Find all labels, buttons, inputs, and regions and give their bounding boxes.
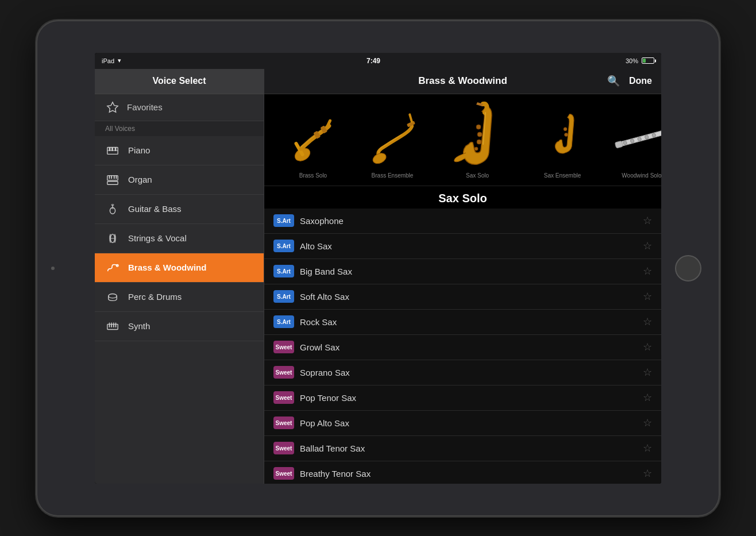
synth-label: Synth [128, 321, 150, 331]
svg-rect-2 [109, 147, 111, 151]
wifi-icon: ▾ [118, 57, 121, 64]
all-voices-label: All Voices [95, 121, 264, 136]
sidebar-item-guitar[interactable]: Guitar & Bass [95, 195, 264, 224]
sidebar-item-brass[interactable]: Brass & Woodwind [95, 253, 264, 283]
piano-icon [105, 143, 120, 158]
voice-badge: S.Art [273, 214, 294, 227]
voice-row[interactable]: SweetGrowl Sax☆ [264, 335, 661, 360]
voice-name: Rock Sax [300, 317, 637, 327]
svg-rect-3 [111, 147, 113, 151]
category-sax-solo[interactable]: Sax Solo [434, 101, 520, 181]
voice-badge: Sweet [273, 391, 294, 404]
brass-solo-img [279, 107, 348, 170]
voice-name: Soft Alto Sax [300, 292, 637, 302]
voice-row[interactable]: S.ArtRock Sax☆ [264, 310, 661, 335]
voice-name: Big Band Sax [300, 267, 637, 276]
svg-point-42 [565, 133, 568, 136]
svg-point-18 [109, 294, 117, 298]
status-left: iPad ▾ [102, 57, 121, 64]
home-button[interactable] [675, 255, 701, 282]
brass-label: Brass & Woodwind [128, 263, 206, 272]
favorite-star[interactable]: ☆ [643, 315, 652, 328]
category-brass-solo[interactable]: Brass Solo [276, 107, 350, 181]
brass-ensemble-name: Brass Ensemble [372, 172, 414, 181]
svg-rect-9 [114, 175, 115, 179]
favorite-star[interactable]: ☆ [643, 290, 652, 303]
piano-label: Piano [128, 145, 150, 155]
voice-name: Pop Tenor Sax [300, 393, 637, 403]
panel-header-right: 🔍 Done [607, 75, 652, 87]
favorite-star[interactable]: ☆ [643, 366, 652, 379]
status-bar: iPad ▾ 7:49 30% [95, 53, 661, 69]
voice-row[interactable]: SweetBallad Tenor Sax☆ [264, 436, 661, 461]
favorites-icon [105, 100, 120, 115]
organ-label: Organ [128, 175, 152, 184]
svg-rect-8 [111, 175, 112, 179]
brass-solo-name: Brass Solo [299, 172, 327, 181]
battery-icon [642, 57, 654, 64]
brass-ensemble-img [358, 107, 427, 170]
voice-badge: S.Art [273, 315, 294, 328]
svg-rect-23 [113, 324, 114, 327]
voice-row[interactable]: SweetBreathy Tenor Sax☆ [264, 461, 661, 484]
voice-row[interactable]: SweetPop Tenor Sax☆ [264, 385, 661, 411]
category-scroll[interactable]: Brass Solo [264, 94, 661, 186]
favorite-star[interactable]: ☆ [643, 442, 652, 454]
main-content: Voice Select Favorites All Voices Piano [95, 69, 661, 484]
svg-rect-4 [115, 147, 117, 151]
category-sax-ensemble[interactable]: Sax Ensemble [525, 107, 600, 181]
favorite-star[interactable]: ☆ [643, 341, 652, 353]
brass-icon [105, 260, 120, 275]
svg-rect-7 [109, 175, 110, 179]
svg-rect-21 [109, 324, 110, 327]
category-woodwind-solo[interactable]: Woodwind Solo [604, 107, 661, 181]
sax-solo-name: Sax Solo [466, 172, 489, 181]
sax-ensemble-img [528, 107, 597, 170]
voice-badge: Sweet [273, 442, 294, 454]
sidebar-item-perc[interactable]: Perc & Drums [95, 283, 264, 312]
voice-badge: S.Art [273, 240, 294, 252]
sidebar-item-strings[interactable]: Strings & Vocal [95, 224, 264, 253]
voice-row[interactable]: S.ArtSoft Alto Sax☆ [264, 284, 661, 310]
right-panel: Brass & Woodwind 🔍 Done [264, 69, 661, 484]
voice-name: Soprano Sax [300, 368, 637, 377]
favorite-star[interactable]: ☆ [643, 265, 652, 277]
voice-row[interactable]: S.ArtSaxophone☆ [264, 209, 661, 234]
sidebar-item-piano[interactable]: Piano [95, 136, 264, 165]
ipad-label: iPad [102, 57, 114, 64]
search-icon[interactable]: 🔍 [607, 75, 620, 87]
guitar-icon [105, 202, 120, 217]
battery-fill [643, 59, 646, 63]
favorite-star[interactable]: ☆ [643, 391, 652, 404]
voice-row[interactable]: S.ArtBig Band Sax☆ [264, 259, 661, 284]
voice-row[interactable]: SweetSoprano Sax☆ [264, 360, 661, 385]
organ-icon [105, 172, 120, 187]
status-right: 30% [626, 57, 654, 64]
sidebar-item-organ[interactable]: Organ [95, 165, 264, 195]
ipad-screen: iPad ▾ 7:49 30% Voice Select [95, 53, 661, 484]
svg-rect-6 [107, 181, 118, 184]
voice-badge: Sweet [273, 467, 294, 480]
perc-label: Perc & Drums [128, 292, 182, 302]
favorite-star[interactable]: ☆ [643, 417, 652, 429]
side-button [51, 267, 55, 270]
sidebar-item-favorites[interactable]: Favorites [95, 94, 264, 121]
favorite-star[interactable]: ☆ [643, 240, 652, 252]
sidebar-item-synth[interactable]: Synth [95, 312, 264, 341]
svg-point-39 [477, 140, 481, 144]
svg-point-38 [477, 132, 482, 137]
ipad-frame: iPad ▾ 7:49 30% Voice Select [37, 21, 719, 515]
voice-name: Pop Alto Sax [300, 418, 637, 428]
voice-badge: Sweet [273, 417, 294, 429]
voice-row[interactable]: S.ArtAlto Sax☆ [264, 234, 661, 259]
favorite-star[interactable]: ☆ [643, 467, 652, 480]
favorite-star[interactable]: ☆ [643, 214, 652, 227]
voice-name: Saxophone [300, 216, 637, 226]
strings-icon [105, 231, 120, 246]
svg-line-36 [408, 114, 412, 122]
category-brass-ensemble[interactable]: Brass Ensemble [355, 107, 430, 181]
done-button[interactable]: Done [629, 76, 652, 86]
voice-row[interactable]: SweetPop Alto Sax☆ [264, 411, 661, 436]
svg-rect-22 [111, 324, 112, 327]
woodwind-solo-name: Woodwind Solo [622, 172, 661, 181]
